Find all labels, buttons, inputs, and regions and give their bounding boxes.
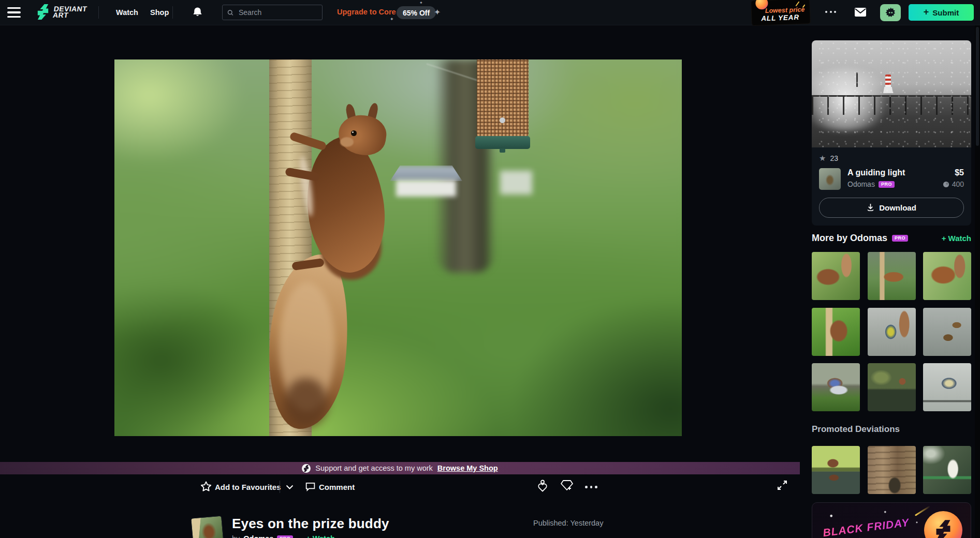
peanut-feeder-mesh	[477, 59, 529, 137]
favourites-count: 23	[830, 154, 838, 162]
deviation-title: Eyes on the prize buddy	[232, 516, 389, 532]
pro-badge: PRO	[879, 181, 895, 188]
hamburger-menu-icon[interactable]	[7, 7, 21, 18]
scrollbar-thumb[interactable]	[976, 27, 979, 146]
support-banner[interactable]: Support and get access to my work Browse…	[0, 462, 800, 474]
featured-author-link[interactable]: Odomas	[847, 180, 875, 188]
upgrade-to-core-link[interactable]: Upgrade to Core	[337, 8, 396, 16]
thumbnail[interactable]	[923, 308, 971, 356]
search-box[interactable]	[222, 5, 323, 20]
deviantart-logo-icon	[36, 4, 50, 20]
featured-deviation-card[interactable]: ★ 23 A guiding light Odomas PRO $5 400	[812, 40, 971, 226]
feeder-knob	[500, 148, 505, 153]
nav-shop[interactable]: Shop	[150, 8, 169, 17]
featured-title[interactable]: A guiding light	[847, 168, 943, 177]
house-wall-right	[500, 171, 532, 195]
thumbnail[interactable]	[868, 252, 916, 300]
featured-info-row: A guiding light Odomas PRO $5 400	[819, 168, 964, 190]
squirrel-muzzle	[340, 137, 354, 147]
feeder-green-tray	[475, 136, 530, 149]
messages-mail-icon[interactable]	[854, 7, 867, 17]
add-to-favourites-button[interactable]: Add to Favourites	[215, 483, 281, 491]
chevron-down-icon[interactable]	[286, 485, 294, 490]
lowest-price-promo-badge[interactable]: Lowest price ALL YEAR	[751, 0, 810, 25]
featured-price: $5	[943, 168, 964, 177]
comment-bubble-icon[interactable]	[305, 481, 316, 492]
comment-button[interactable]: Comment	[319, 483, 355, 491]
deviantart-ad-logo-icon	[924, 511, 962, 538]
ad-streak	[915, 505, 930, 516]
nav-watch[interactable]: Watch	[116, 8, 138, 17]
published-date: Published: Yesterday	[533, 519, 603, 527]
star-filled-icon: ★	[819, 154, 826, 163]
deviantart-logo[interactable]: DEVIANT ART	[36, 4, 86, 20]
promo-line2: ALL YEAR	[761, 13, 799, 23]
deviantart-banner-logo-icon	[302, 464, 311, 473]
thumbnail[interactable]	[812, 363, 860, 411]
thumbnail[interactable]	[923, 446, 971, 494]
points-count: 400	[952, 180, 964, 188]
submit-button[interactable]: + Submit	[909, 4, 974, 21]
deviantart-page: DEVIANT ART Watch Shop Upgrade to Core ✦…	[0, 0, 980, 538]
featured-deviation-image[interactable]	[812, 40, 971, 147]
search-input[interactable]	[238, 8, 317, 17]
thumbnail[interactable]	[923, 252, 971, 300]
favourite-star-icon[interactable]	[200, 481, 212, 492]
promoted-thumbnail-grid	[812, 446, 971, 494]
expand-fullscreen-icon[interactable]	[777, 480, 788, 491]
browse-my-shop-link[interactable]: Browse My Shop	[437, 464, 498, 472]
page-scrollbar[interactable]	[975, 0, 980, 538]
pro-badge: PRO	[277, 535, 293, 538]
actionbar-divider	[280, 481, 280, 493]
search-icon	[227, 9, 233, 17]
by-label: by	[232, 534, 240, 538]
deviantart-wordmark: DEVIANT ART	[52, 6, 87, 18]
thumbnail[interactable]	[868, 363, 916, 411]
badge-face-icon[interactable]	[880, 4, 901, 21]
more-actions-icon[interactable]	[585, 486, 597, 488]
nav-divider	[172, 6, 173, 19]
submit-label: Submit	[932, 8, 959, 17]
download-button[interactable]: Download	[819, 198, 964, 218]
award-badge-icon[interactable]	[536, 480, 549, 493]
gem-plus-icon[interactable]	[560, 480, 574, 492]
thumbnail[interactable]	[868, 308, 916, 356]
nav-divider	[98, 6, 99, 19]
thumbnail[interactable]	[868, 446, 916, 494]
more-by-title: More by Odomas	[812, 233, 887, 244]
featured-stats-row: ★ 23	[819, 154, 964, 163]
squirrel-eye	[351, 130, 357, 136]
top-navbar: DEVIANT ART Watch Shop Upgrade to Core ✦…	[0, 0, 980, 25]
more-options-icon[interactable]	[825, 11, 836, 13]
thumbnail[interactable]	[812, 252, 860, 300]
house-wall	[396, 180, 456, 197]
squirrel-tail-tip	[284, 378, 328, 427]
deviation-thumbnail[interactable]	[191, 516, 224, 538]
house-roof	[390, 166, 462, 181]
submit-plus-icon: +	[924, 7, 929, 18]
ad-headline: BLACK FRIDAY	[822, 516, 910, 538]
featured-avatar[interactable]	[819, 168, 841, 190]
deviation-image[interactable]	[114, 59, 682, 436]
more-by-header: More by Odomas PRO + Watch	[812, 233, 971, 244]
watch-author-button[interactable]: + Watch	[306, 534, 334, 538]
more-by-thumbnail-grid	[812, 252, 971, 411]
discount-pill[interactable]: 65% Off	[397, 6, 436, 19]
author-link[interactable]: Odomas	[243, 534, 273, 538]
rain-speckle	[812, 40, 971, 147]
black-friday-ad[interactable]: BLACK FRIDAY 65%	[812, 502, 971, 538]
feeder-metal-disc	[500, 117, 505, 123]
thumbnail[interactable]	[812, 308, 860, 356]
watch-button[interactable]: + Watch	[942, 234, 971, 243]
blurred-garden-background	[114, 59, 682, 436]
author-byline: by Odomas PRO + Watch	[232, 534, 335, 538]
download-arrow-icon	[867, 203, 874, 212]
coin-icon	[943, 181, 949, 188]
banner-text: Support and get access to my work	[315, 464, 432, 472]
promoted-deviations-title: Promoted Deviations	[812, 424, 900, 435]
pro-badge: PRO	[892, 235, 908, 242]
thumbnail[interactable]	[923, 363, 971, 411]
sparkle-icon: ✦	[419, 1, 423, 5]
notifications-bell-icon[interactable]	[192, 6, 203, 19]
thumbnail[interactable]	[812, 446, 860, 494]
